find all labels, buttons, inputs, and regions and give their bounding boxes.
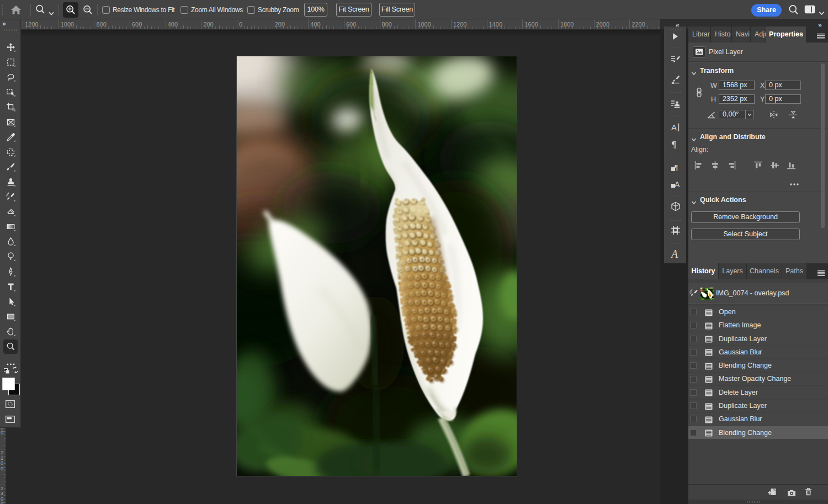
svg-text:¶: ¶	[675, 163, 678, 171]
svg-text:A: A	[670, 248, 678, 260]
svg-text:A: A	[671, 123, 677, 132]
svg-text:A: A	[675, 180, 680, 189]
svg-text:¶: ¶	[672, 139, 676, 149]
